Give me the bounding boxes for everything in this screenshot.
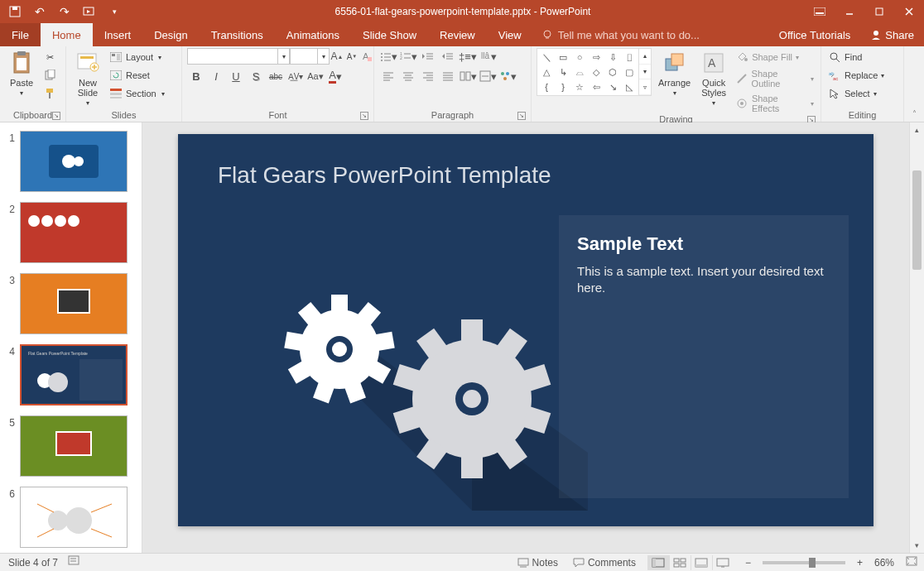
font-size-dropdown[interactable]: ▾ xyxy=(318,48,330,65)
smartart-convert-button[interactable]: ▾ xyxy=(498,68,517,84)
find-button[interactable]: Find xyxy=(826,50,886,65)
increase-indent-button[interactable] xyxy=(439,48,457,65)
text-placeholder[interactable]: Sample Text This is a sample text. Inser… xyxy=(559,215,849,498)
decrease-indent-button[interactable] xyxy=(419,48,437,65)
italic-button[interactable]: I xyxy=(207,68,225,84)
scroll-up-button[interactable]: ▴ xyxy=(910,122,924,137)
tab-transitions[interactable]: Transitions xyxy=(200,23,275,46)
justify-button[interactable] xyxy=(439,68,457,84)
clipboard-dialog-launcher[interactable]: ↘ xyxy=(52,112,60,120)
slide-sorter-view-button[interactable] xyxy=(669,555,691,570)
slide-counter[interactable]: Slide 4 of 7 xyxy=(8,557,58,569)
slide-title[interactable]: Flat Gears PowerPoint Template xyxy=(218,162,551,189)
rectangle-shape-icon[interactable]: ▭ xyxy=(556,50,570,64)
close-button[interactable] xyxy=(894,0,924,23)
collapse-ribbon-icon[interactable]: ˄ xyxy=(912,109,917,118)
gear-shapes[interactable] xyxy=(257,271,588,511)
star-shape-icon[interactable]: ☆ xyxy=(572,80,587,94)
strikethrough-button[interactable]: abc xyxy=(267,68,285,84)
text-direction-button[interactable]: llâ▾ xyxy=(479,48,497,65)
layout-button[interactable]: Layout▾ xyxy=(108,50,166,65)
callout-shape-icon[interactable]: ◺ xyxy=(622,80,637,94)
numbering-button[interactable]: 12▾ xyxy=(399,48,417,65)
copy-button[interactable] xyxy=(41,68,58,83)
slide-thumbnail-panel[interactable]: 1 2 3 4Flat Gears PowerPoint Template 5 … xyxy=(0,122,142,553)
bold-button[interactable]: B xyxy=(187,68,205,84)
font-dialog-launcher[interactable]: ↘ xyxy=(360,112,368,120)
zoom-percentage[interactable]: 66% xyxy=(874,557,894,569)
decrease-font-button[interactable]: A▼ xyxy=(344,48,359,65)
conn-line-icon[interactable]: ↘ xyxy=(605,80,620,94)
reading-view-button[interactable] xyxy=(691,555,712,570)
quick-styles-button[interactable]: A Quick Styles ▾ xyxy=(697,48,730,108)
slide-thumbnail-2[interactable] xyxy=(20,202,128,263)
shapes-scroll-down[interactable]: ▾ xyxy=(639,65,651,80)
font-name-dropdown[interactable]: ▾ xyxy=(278,48,290,65)
tab-home[interactable]: Home xyxy=(41,23,93,46)
zoom-slider-thumb[interactable] xyxy=(809,558,816,568)
tab-insert[interactable]: Insert xyxy=(93,23,143,46)
notes-button[interactable]: Notes xyxy=(514,557,561,569)
line-shape-icon[interactable]: ＼ xyxy=(539,50,554,64)
replace-button[interactable]: abacReplace▾ xyxy=(826,68,886,83)
text-shadow-button[interactable]: S xyxy=(247,68,265,84)
align-text-button[interactable]: ▾ xyxy=(479,68,497,84)
columns-button[interactable]: ▾ xyxy=(459,68,477,84)
slide-canvas-area[interactable]: Flat Gears PowerPoint Template xyxy=(142,122,909,553)
slide-thumbnail-4[interactable]: Flat Gears PowerPoint Template xyxy=(20,344,128,405)
scroll-thumb[interactable] xyxy=(912,170,922,270)
zoom-out-button[interactable]: − xyxy=(742,557,754,569)
minimize-button[interactable] xyxy=(835,0,864,23)
zoom-slider[interactable] xyxy=(763,561,845,564)
font-color-button[interactable]: A▾ xyxy=(326,68,344,84)
paragraph-dialog-launcher[interactable]: ↘ xyxy=(517,112,526,120)
cut-button[interactable]: ✂ xyxy=(41,50,58,65)
spell-check-icon[interactable] xyxy=(68,555,81,569)
align-center-button[interactable] xyxy=(399,68,417,84)
triangle-shape-icon[interactable]: △ xyxy=(539,65,554,79)
shapes-gallery[interactable]: ＼ ▭ ○ ⇨ ⇩ ⌷ △ ↳ ⌓ ◇ ⬡ ▢ { } ☆ ⇦ ↘ xyxy=(537,48,639,96)
arrow-down-shape-icon[interactable]: ⇩ xyxy=(605,50,620,64)
vertical-scrollbar[interactable]: ▴ ▾ xyxy=(909,122,924,553)
tab-animations[interactable]: Animations xyxy=(275,23,351,46)
left-arrow-shape-icon[interactable]: ⇦ xyxy=(589,80,604,94)
normal-view-button[interactable] xyxy=(647,555,669,570)
rounded-rect-shape-icon[interactable]: ▢ xyxy=(622,65,637,79)
qat-customize-icon[interactable]: ▾ xyxy=(108,5,121,18)
slide-thumbnail-3[interactable] xyxy=(20,273,128,334)
scroll-down-button[interactable]: ▾ xyxy=(910,538,924,553)
tab-view[interactable]: View xyxy=(487,23,533,46)
arrow-right-shape-icon[interactable]: ⇨ xyxy=(589,50,604,64)
lbrace-shape-icon[interactable]: { xyxy=(539,80,554,94)
tab-slideshow[interactable]: Slide Show xyxy=(351,23,428,46)
line-spacing-button[interactable]: ‡≡▾ xyxy=(459,48,477,65)
start-from-beginning-icon[interactable] xyxy=(83,5,96,18)
format-painter-button[interactable] xyxy=(41,86,58,101)
select-button[interactable]: Select▾ xyxy=(826,86,886,101)
scroll-track[interactable] xyxy=(910,137,924,538)
textbox-shape-icon[interactable]: ⌷ xyxy=(622,50,637,64)
hexagon-shape-icon[interactable]: ⬡ xyxy=(605,65,620,79)
tell-me-search[interactable]: Tell me what you want to do... xyxy=(533,23,700,46)
slide-thumbnail-1[interactable] xyxy=(20,131,128,192)
underline-button[interactable]: U xyxy=(227,68,245,84)
font-name-input[interactable] xyxy=(187,48,278,65)
save-icon[interactable] xyxy=(8,5,22,18)
slide-thumbnail-5[interactable] xyxy=(20,415,128,477)
redo-icon[interactable]: ↷ xyxy=(58,5,71,18)
shape-fill-button[interactable]: Shape Fill▾ xyxy=(734,50,816,65)
arrange-button[interactable]: Arrange ▾ xyxy=(655,48,694,98)
slide-thumbnail-6[interactable] xyxy=(20,487,128,548)
char-spacing-button[interactable]: A͟V▾ xyxy=(286,68,305,84)
align-right-button[interactable] xyxy=(419,68,437,84)
maximize-button[interactable] xyxy=(864,0,894,23)
change-case-button[interactable]: Aa▾ xyxy=(306,68,325,84)
paste-button[interactable]: Paste ▾ xyxy=(5,48,38,98)
slideshow-view-button[interactable] xyxy=(712,555,734,570)
shape-outline-button[interactable]: Shape Outline▾ xyxy=(734,68,816,89)
share-button[interactable]: Share xyxy=(860,23,924,46)
shape-effects-button[interactable]: Shape Effects▾ xyxy=(734,93,816,114)
tab-review[interactable]: Review xyxy=(428,23,487,46)
elbow-connector-icon[interactable]: ↳ xyxy=(556,65,570,79)
shapes-scroll-up[interactable]: ▴ xyxy=(639,49,651,65)
